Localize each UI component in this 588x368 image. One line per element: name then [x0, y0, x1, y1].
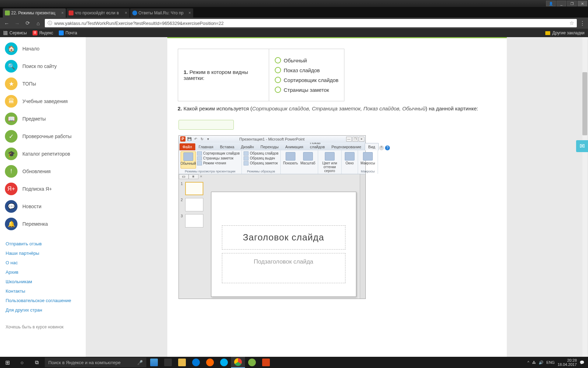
address-bar[interactable]: ⓘ www.yaklass.ru/TestWorkRun/Exercise?te… [45, 19, 577, 27]
sidebar-label: Обновления [22, 169, 51, 174]
show-icon [286, 152, 295, 161]
bookmark-star-icon[interactable]: ☆ [569, 20, 574, 26]
ribbon-label: Цвет или оттенки серого [321, 161, 339, 173]
answer-input[interactable] [178, 120, 234, 130]
ppt-ribbon-tabs: Файл Главная Вставка Дизайн Переходы Ани… [179, 143, 365, 150]
page-scrollbar[interactable] [582, 37, 587, 357]
undo-icon: ↶ [193, 136, 198, 142]
ppt-slide-area: Заголовок слайда Подзаголовок слайда [208, 174, 360, 299]
sidebar-label: Каталог репетиторов [22, 151, 70, 157]
ribbon-small-label: Режим чтения [203, 161, 226, 165]
ppt-tab: Вставка [217, 143, 237, 150]
ppt-workspace: ▭ ≡ × 1 2 3 Заголовок слайда Подзаголово… [179, 174, 365, 299]
sidebar-link[interactable]: О нас [6, 258, 80, 267]
ribbon-small-icon [197, 161, 202, 165]
ribbon-small-button: Образец слайдов [244, 151, 279, 156]
back-button[interactable]: ← [3, 19, 10, 27]
os-maximize[interactable]: ❐ [567, 1, 577, 6]
radio-option[interactable]: Обычный [275, 55, 339, 65]
sidebar-link[interactable]: Наши партнёры [6, 248, 80, 258]
close-icon[interactable]: × [125, 11, 127, 15]
browser-tab[interactable]: что произойдёт если в × [66, 8, 130, 18]
sidebar-item[interactable]: ✓Проверочные работы [0, 128, 86, 145]
reload-button[interactable]: ⟳ [24, 19, 31, 27]
radio-option[interactable]: Сортировщик слайдов [275, 75, 339, 85]
ribbon-small-icon [197, 151, 202, 156]
sidebar-item[interactable]: 📖Предметы [0, 110, 86, 128]
radio-option[interactable]: Показ слайдов [275, 65, 339, 75]
sidebar-label: Поиск по сайту [22, 63, 57, 69]
browser-tab[interactable]: 22. Режимы презентац × [3, 8, 66, 18]
site-info-icon[interactable]: ⓘ [48, 20, 52, 26]
ppt-tab-view: Вид [365, 143, 379, 150]
ppt-close-icon: ✕ [359, 137, 364, 142]
ppt-show-button: Показать [282, 151, 299, 169]
ppt-tab: Анимация [282, 143, 307, 150]
browser-menu-icon[interactable]: ⋮ [580, 20, 585, 27]
ppt-scrollbar [360, 174, 365, 299]
sidebar-link[interactable]: Архив [6, 267, 80, 277]
ribbon-group-label: Режимы просмотра презентации [181, 169, 240, 174]
radio-option[interactable]: Страницы заметок [275, 85, 339, 95]
os-user-icon[interactable]: 👤 [546, 1, 556, 6]
browser-toolbar: ← → ⟳ ⌂ ⓘ www.yaklass.ru/TestWorkRun/Exe… [0, 18, 588, 29]
sidebar-icon: 🏛 [5, 95, 18, 108]
close-icon[interactable]: × [189, 11, 191, 15]
radio-icon [275, 57, 281, 63]
yandex-icon: Я [33, 30, 37, 35]
question-number: 1. [184, 69, 188, 75]
bookmark-services[interactable]: Сервисы [4, 30, 27, 35]
bookmark-mail[interactable]: Почта [59, 30, 77, 35]
browser-tab[interactable]: Ответы Mail.Ru: Что пр × [130, 8, 193, 18]
sidebar-link[interactable]: Контакты [6, 286, 80, 296]
ribbon-small-icon [244, 151, 248, 156]
sidebar-item[interactable]: 🔍Поиск по сайту [0, 57, 86, 75]
ppt-slides-tab-icon: ▭ [179, 174, 189, 179]
sidebar-item[interactable]: 💬Новости [0, 198, 86, 215]
feedback-button[interactable]: ✉ [576, 140, 588, 152]
ppt-minimize-ribbon-icon: ^ [379, 145, 384, 150]
os-close[interactable]: ✕ [578, 1, 587, 6]
tab-title: 22. Режимы презентац [11, 11, 55, 15]
sidebar-item[interactable]: ★ТОПы [0, 75, 86, 93]
sidebar-item[interactable]: 🔔Переменка [0, 215, 86, 233]
ribbon-label: Показать [283, 161, 298, 165]
other-bookmarks[interactable]: Другие закладки [552, 30, 584, 35]
sidebar-icon: 📖 [5, 113, 18, 125]
question-text: Режим в котором видны заметки: [184, 69, 248, 81]
ppt-titlebar: P 💾 ↶ ↻ ▾ Презентация1 - Microsoft Power… [179, 136, 365, 143]
os-minimize[interactable]: _ [556, 1, 566, 6]
tab-title: Ответы Mail.Ru: Что пр [139, 11, 184, 15]
macros-icon [363, 152, 373, 161]
close-icon[interactable]: × [61, 11, 64, 15]
ribbon-group-label: Режимы образцов [244, 169, 279, 174]
sidebar-label: Подписка Я+ [22, 186, 52, 192]
browser-tab-strip: 22. Режимы презентац × что произойдёт ес… [0, 7, 588, 18]
sidebar-link[interactable]: Для других стран [6, 305, 80, 315]
home-button[interactable]: ⌂ [34, 19, 42, 27]
sidebar-link[interactable]: Школьникам [6, 277, 80, 286]
powerpoint-screenshot: P 💾 ↶ ↻ ▾ Презентация1 - Microsoft Power… [178, 135, 366, 299]
sidebar-item[interactable]: 🏛Учебные заведения [0, 93, 86, 110]
sidebar-link[interactable]: Отправить отзыв [6, 239, 80, 248]
sidebar-link[interactable]: Пользовательское соглашение [6, 296, 80, 305]
forward-button[interactable]: → [13, 19, 21, 27]
bookmarks-bar: Сервисы Я Яндекс Почта Другие закладки [0, 29, 588, 37]
ribbon-small-label: Сортировщик слайдов [203, 151, 240, 155]
slide-thumbnail [185, 198, 203, 211]
ribbon-small-icon [197, 156, 202, 161]
sidebar-item[interactable]: 🎓Каталог репетиторов [0, 145, 86, 163]
ribbon-group-label: Макросы [360, 169, 376, 174]
sidebar-footnote: Хочешь быть в курсе новинок [0, 321, 86, 333]
option-label: Страницы заметок [284, 87, 329, 93]
sidebar-icon: ★ [5, 77, 18, 90]
sidebar-item[interactable]: Я+Подписка Я+ [0, 180, 86, 198]
sidebar-item[interactable]: !Обновления [0, 163, 86, 180]
folder-icon [545, 31, 550, 35]
bookmark-yandex[interactable]: Я Яндекс [33, 30, 53, 35]
sidebar-item[interactable]: 🏠Начало [0, 40, 86, 57]
slide-thumbnail [185, 214, 203, 227]
ppt-minimize-icon: — [346, 137, 352, 142]
ppt-tab: Дизайн [238, 143, 257, 150]
ppt-window-title: Презентация1 - Microsoft PowerPoint [239, 137, 304, 141]
